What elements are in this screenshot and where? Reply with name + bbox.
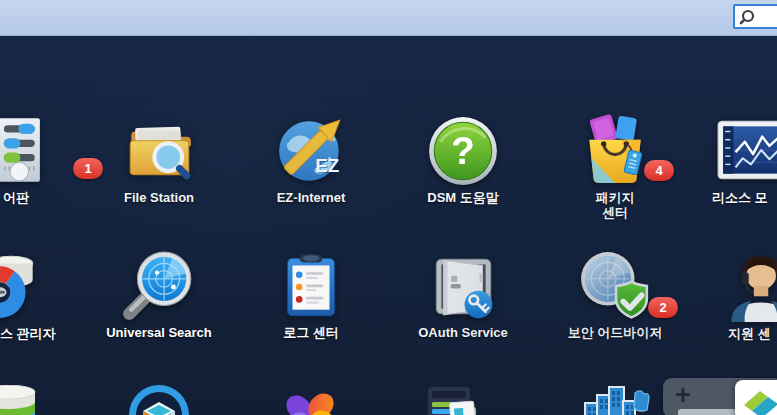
- server-docs-icon: [417, 385, 489, 415]
- app-label: 보안 어드바이저: [555, 325, 675, 340]
- app-label: 스 관리자: [0, 326, 56, 341]
- dsm-help-icon: ?: [426, 113, 500, 187]
- app-label: EZ-Internet: [251, 190, 371, 205]
- app-package-center[interactable]: 4 패키지 센터: [555, 113, 675, 241]
- app-universal-search[interactable]: Universal Search: [99, 248, 219, 376]
- app-ez-internet[interactable]: EZ EZ EZ-Internet: [251, 113, 371, 241]
- app-label: 지원 센: [728, 326, 771, 341]
- app-buildings-partial[interactable]: [579, 385, 651, 415]
- app-petals-partial[interactable]: [274, 385, 346, 415]
- app-log-center[interactable]: 로그 센터: [251, 248, 371, 376]
- app-file-station[interactable]: File Station: [99, 113, 219, 241]
- app-label: File Station: [99, 190, 219, 205]
- app-server-docs-partial[interactable]: [417, 385, 489, 415]
- app-label: 로그 센터: [251, 325, 371, 340]
- question-mark: ?: [451, 129, 475, 172]
- package-center-icon: [578, 113, 652, 187]
- app-label: DSM 도움말: [403, 190, 523, 205]
- search-icon: [738, 8, 756, 26]
- support-center-icon: [722, 248, 777, 322]
- petals-icon: [274, 385, 346, 415]
- ez-text: EZ: [316, 155, 340, 176]
- app-storage-manager[interactable]: 스 관리자: [0, 248, 67, 376]
- search-input[interactable]: [756, 9, 777, 25]
- file-station-icon: [122, 113, 196, 187]
- dragged-app-card[interactable]: [735, 380, 777, 415]
- dsm-main-menu: 1 어판 File Station: [0, 0, 777, 415]
- universal-search-icon: [122, 248, 196, 322]
- app-resource-monitor[interactable]: 리소스 모: [693, 113, 777, 241]
- taskbar: [0, 0, 777, 36]
- ez-internet-icon: EZ EZ: [274, 113, 348, 187]
- app-disk-stack-partial[interactable]: [0, 385, 43, 415]
- plus-icon: +: [675, 380, 691, 410]
- control-panel-icon: [0, 113, 44, 187]
- app-label: 어판: [3, 190, 29, 205]
- app-label: OAuth Service: [403, 325, 523, 340]
- notification-badge: 1: [73, 158, 103, 179]
- app-control-panel[interactable]: 1 어판: [0, 113, 67, 241]
- app-dsm-help[interactable]: ? DSM 도움말: [403, 113, 523, 241]
- app-label: 리소스 모: [712, 190, 768, 205]
- app-label: 패키지 센터: [555, 190, 675, 220]
- drive-logo-icon: [740, 387, 777, 415]
- buildings-icon: [579, 385, 651, 415]
- app-ring-cube-partial[interactable]: [123, 384, 195, 415]
- app-support-center[interactable]: 지원 센: [693, 248, 777, 376]
- app-security-advisor[interactable]: 2 보안 어드바이저: [555, 248, 675, 376]
- storage-manager-icon: [0, 248, 44, 322]
- search-box[interactable]: [733, 4, 777, 29]
- log-center-icon: [274, 248, 348, 322]
- notification-badge: 2: [648, 297, 678, 318]
- notification-badge: 4: [644, 160, 674, 181]
- app-oauth-service[interactable]: OAuth Service: [403, 248, 523, 376]
- security-advisor-icon: [578, 248, 652, 322]
- disk-stack-icon: [0, 385, 43, 415]
- oauth-service-icon: [426, 248, 500, 322]
- ring-cube-icon: [123, 384, 195, 415]
- app-label: Universal Search: [99, 325, 219, 340]
- resource-monitor-icon: [716, 113, 777, 187]
